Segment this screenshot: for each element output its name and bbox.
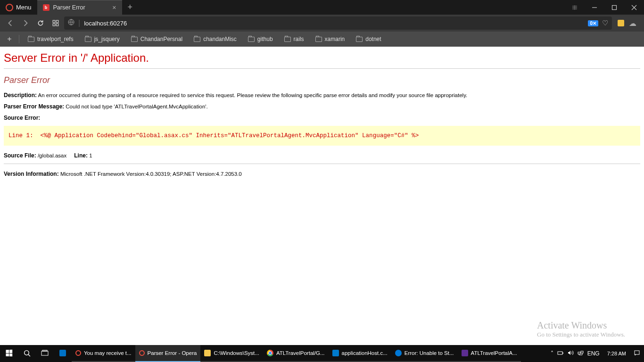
tab-active[interactable]: b Parser Error × <box>37 0 122 15</box>
profile-icon[interactable]: ☁ <box>629 19 636 28</box>
task-view-button[interactable] <box>36 345 54 362</box>
bookmark-folder[interactable]: xamarin <box>311 34 350 44</box>
source-file-text: /global.asax <box>38 153 66 158</box>
parser-msg-text: Could not load type 'ATLTravelPortalAgen… <box>66 104 207 109</box>
taskbar-app[interactable]: applicationHost.c... <box>329 345 391 362</box>
windows-logo-icon <box>6 350 12 357</box>
svg-rect-8 <box>42 350 47 351</box>
folder-icon <box>204 350 211 356</box>
menu-button[interactable]: Menu <box>0 0 37 15</box>
svg-rect-1 <box>53 20 55 23</box>
menu-label: Menu <box>16 4 32 11</box>
description-text: An error occurred during the parsing of … <box>38 92 468 98</box>
source-error-label-row: Source Error: <box>4 115 640 121</box>
opera-icon <box>75 350 81 356</box>
taskbar-app[interactable]: C:\Windows\Syst... <box>200 345 263 362</box>
svg-rect-0 <box>612 5 617 9</box>
svg-point-6 <box>24 350 29 355</box>
parser-msg-row: Parser Error Message: Could not load typ… <box>4 103 640 110</box>
bookmark-folder[interactable]: github <box>243 34 278 44</box>
svg-rect-4 <box>56 24 58 26</box>
source-error-label: Source Error: <box>4 115 40 121</box>
taskbar-app[interactable]: You may receive t... <box>72 345 135 362</box>
description-row: Description: An error occurred during th… <box>4 92 640 99</box>
vscode-icon <box>332 350 339 356</box>
folder-icon <box>194 37 200 42</box>
forward-button[interactable] <box>19 16 32 30</box>
folder-icon <box>248 37 255 42</box>
version-label: Version Information: <box>4 171 59 177</box>
bookmark-folder[interactable]: rails <box>280 34 309 44</box>
tray-power-icon[interactable] <box>557 350 564 357</box>
svg-rect-2 <box>56 20 58 23</box>
nav-toolbar: | localhost:60276 0✕ ♡ ☁ <box>0 15 644 32</box>
version-row: Version Information: Microsoft .NET Fram… <box>4 171 640 177</box>
blocker-badge[interactable]: 0✕ <box>588 20 598 26</box>
add-bookmark-button[interactable]: + <box>4 35 15 43</box>
edge-icon <box>395 350 402 356</box>
toolbar-right-icons: ☁ <box>614 19 640 28</box>
error-heading: Server Error in '/' Application. <box>4 51 640 65</box>
tray-network-icon[interactable] <box>578 350 584 357</box>
tray-chevron-up-icon[interactable]: ˄ <box>551 350 553 357</box>
folder-icon <box>356 37 363 42</box>
address-right: 0✕ ♡ <box>588 19 608 27</box>
page-content: Server Error in '/' Application. Parser … <box>0 47 644 180</box>
watermark-title: Activate Windows <box>537 320 625 331</box>
new-tab-button[interactable]: + <box>122 0 139 15</box>
reload-button[interactable] <box>34 16 47 30</box>
bookmark-folder[interactable]: dotnet <box>351 34 386 44</box>
bookmark-folder[interactable]: chandanMisc <box>189 34 241 44</box>
sidebar-toggle-icon[interactable] <box>565 0 585 15</box>
divider <box>4 164 640 164</box>
folder-icon <box>28 37 34 42</box>
folder-icon <box>131 37 138 42</box>
svg-rect-12 <box>581 351 583 353</box>
speed-dial-button[interactable] <box>49 16 62 30</box>
start-button[interactable] <box>0 345 18 362</box>
address-text: localhost:60276 <box>84 20 127 27</box>
line-label: Line: <box>74 152 88 159</box>
taskbar-app[interactable]: ATLTravelPortalA... <box>458 345 521 362</box>
outlook-icon <box>59 350 66 356</box>
taskbar-app[interactable]: Parser Error - Opera <box>135 345 201 362</box>
watermark-subtitle: Go to Settings to activate Windows. <box>537 331 625 338</box>
address-bar[interactable]: | localhost:60276 0✕ ♡ <box>64 16 612 30</box>
search-button[interactable] <box>18 345 36 362</box>
window-controls <box>565 0 644 15</box>
taskbar-app[interactable]: ATLTravelPortal/G... <box>263 345 329 362</box>
line-number: 1 <box>89 153 92 158</box>
tray-notifications-icon[interactable] <box>634 350 640 358</box>
taskbar-tray: ˄ ENG 7:28 AM <box>547 345 644 362</box>
minimize-icon[interactable] <box>585 0 604 15</box>
tab-close-icon[interactable]: × <box>110 4 118 11</box>
tab-favicon-icon: b <box>43 4 50 11</box>
tray-volume-icon[interactable] <box>568 350 574 357</box>
taskbar-pinned-outlook[interactable] <box>54 345 72 362</box>
svg-rect-3 <box>53 24 55 26</box>
addr-separator: | <box>78 19 80 27</box>
taskbar-app[interactable]: Error: Unable to St... <box>391 345 458 362</box>
version-text: Microsoft .NET Framework Version:4.0.303… <box>60 171 242 177</box>
bookmark-heart-icon[interactable]: ♡ <box>602 19 608 27</box>
taskbar: You may receive t... Parser Error - Oper… <box>0 345 644 362</box>
bookmark-folder[interactable]: ChandanPersnal <box>126 34 187 44</box>
bookmark-folder[interactable]: travelport_refs <box>23 34 78 44</box>
close-icon[interactable] <box>624 0 644 15</box>
bookbar-separator <box>19 35 19 43</box>
svg-rect-13 <box>635 351 639 354</box>
svg-rect-9 <box>558 352 562 354</box>
divider <box>4 68 640 69</box>
maximize-icon[interactable] <box>604 0 624 15</box>
opera-logo-icon <box>6 4 13 11</box>
extension-icon[interactable] <box>618 20 624 26</box>
back-button[interactable] <box>4 16 17 30</box>
bookmark-folder[interactable]: js_jsquery <box>80 34 124 44</box>
tray-language[interactable]: ENG <box>587 350 600 357</box>
folder-icon <box>315 37 322 42</box>
folder-icon <box>85 37 91 42</box>
visual-studio-icon <box>462 350 468 356</box>
site-info-icon[interactable] <box>68 19 74 27</box>
browser-chrome: Menu b Parser Error × + | localhost:6027… <box>0 0 644 47</box>
tray-clock[interactable]: 7:28 AM <box>604 351 629 356</box>
